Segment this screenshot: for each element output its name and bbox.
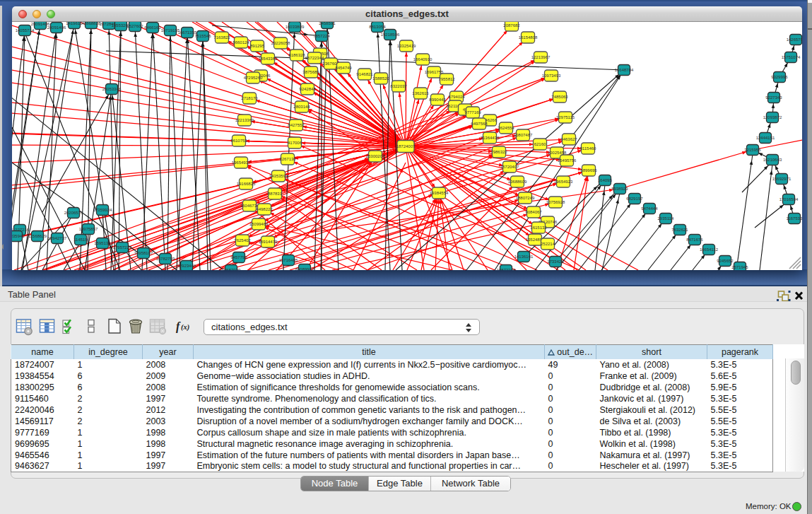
svg-text:12975115: 12975115: [556, 115, 575, 119]
svg-text:42868828: 42868828: [82, 22, 101, 25]
svg-text:12213967: 12213967: [531, 55, 551, 59]
svg-text:14055714: 14055714: [16, 28, 35, 33]
svg-text:7163822: 7163822: [213, 35, 230, 40]
svg-text:14136141: 14136141: [514, 255, 534, 259]
svg-text:8322037: 8322037: [390, 84, 407, 88]
svg-text:1588520: 1588520: [372, 76, 389, 81]
svg-text:9329996: 9329996: [771, 75, 788, 79]
svg-text:2571945: 2571945: [731, 265, 748, 269]
svg-text:f: f: [176, 320, 181, 333]
svg-text:7632621: 7632621: [671, 228, 688, 232]
svg-text:19654923: 19654923: [554, 180, 573, 184]
svg-text:1615132: 1615132: [530, 226, 547, 230]
svg-text:3267130: 3267130: [279, 157, 296, 161]
svg-text:2803144: 2803144: [293, 105, 310, 109]
svg-text:6466160: 6466160: [144, 25, 161, 30]
svg-text:891295: 891295: [250, 44, 265, 48]
svg-text:3875685: 3875685: [302, 70, 319, 74]
svg-text:8660124: 8660124: [233, 40, 249, 45]
svg-text:1167533: 1167533: [787, 216, 802, 221]
svg-text:15692971: 15692971: [772, 177, 792, 181]
svg-text:19166825: 19166825: [237, 182, 256, 186]
svg-text:114519: 114519: [73, 238, 88, 242]
svg-text:19975857: 19975857: [79, 227, 98, 231]
svg-text:19654937: 19654937: [232, 160, 251, 165]
svg-text:252214: 252214: [541, 242, 555, 246]
svg-text:39587039: 39587039: [222, 268, 241, 270]
svg-text:10688609: 10688609: [508, 180, 527, 184]
svg-text:9610753: 9610753: [230, 139, 247, 143]
svg-text:12942737: 12942737: [48, 236, 67, 240]
svg-text:8454749: 8454749: [335, 66, 352, 70]
svg-text:3624554: 3624554: [498, 126, 514, 130]
svg-text:10872248: 10872248: [497, 268, 516, 270]
svg-text:887831: 887831: [268, 192, 283, 196]
svg-text:9457791: 9457791: [230, 255, 247, 259]
svg-text:3215955: 3215955: [744, 148, 761, 152]
svg-text:10973493: 10973493: [542, 74, 561, 78]
svg-text:(x): (x): [181, 323, 189, 332]
svg-text:7986322: 7986322: [490, 150, 507, 154]
svg-text:9242848: 9242848: [299, 87, 316, 91]
svg-text:2087682: 2087682: [503, 23, 520, 28]
svg-text:23226058: 23226058: [271, 41, 290, 45]
svg-text:7515546: 7515546: [194, 34, 211, 38]
svg-text:7625402: 7625402: [234, 238, 251, 243]
svg-text:16648784: 16648784: [615, 68, 634, 72]
svg-text:16033809: 16033809: [286, 25, 305, 29]
svg-text:164095: 164095: [598, 178, 613, 182]
svg-text:8471676: 8471676: [686, 238, 703, 242]
svg-text:8186328: 8186328: [288, 53, 305, 57]
svg-text:16154808: 16154808: [519, 35, 538, 40]
svg-text:2458591: 2458591: [319, 22, 336, 25]
svg-text:9084067: 9084067: [525, 210, 542, 214]
svg-text:16543382: 16543382: [259, 57, 278, 61]
svg-text:12093872: 12093872: [763, 115, 782, 119]
svg-text:15751074: 15751074: [782, 55, 801, 59]
svg-text:1362615: 1362615: [412, 91, 429, 95]
svg-text:25300203: 25300203: [366, 154, 385, 158]
svg-text:6829197: 6829197: [626, 197, 643, 201]
svg-text:21364436: 21364436: [481, 136, 500, 140]
svg-text:15716485: 15716485: [279, 258, 298, 262]
svg-text:19218506: 19218506: [381, 33, 400, 37]
svg-text:11568629: 11568629: [28, 234, 47, 238]
svg-text:62160: 62160: [534, 142, 546, 146]
svg-text:47295260: 47295260: [244, 76, 263, 80]
svg-text:20053346: 20053346: [102, 87, 122, 91]
svg-text:18724007: 18724007: [396, 144, 416, 148]
svg-text:89089901: 89089901: [295, 267, 314, 270]
svg-text:9777169: 9777169: [464, 110, 481, 115]
svg-text:16914479: 16914479: [259, 240, 278, 244]
svg-text:10807487: 10807487: [514, 133, 533, 137]
svg-text:7955812: 7955812: [438, 77, 455, 81]
svg-text:15495756: 15495756: [558, 158, 577, 163]
svg-text:6497568: 6497568: [471, 122, 488, 126]
svg-text:17359924: 17359924: [93, 208, 112, 212]
svg-text:15099469: 15099469: [249, 222, 269, 226]
svg-text:8990443: 8990443: [429, 98, 446, 102]
svg-text:12923446: 12923446: [177, 264, 196, 268]
svg-text:16640910: 16640910: [413, 57, 433, 62]
svg-text:17016504: 17016504: [779, 197, 799, 201]
svg-text:19384554: 19384554: [430, 191, 449, 195]
svg-text:1527602: 1527602: [126, 24, 143, 28]
svg-text:9227343: 9227343: [765, 95, 782, 100]
svg-text:4498222: 4498222: [256, 207, 273, 211]
svg-text:2935114: 2935114: [658, 216, 675, 221]
svg-text:18807249: 18807249: [516, 196, 535, 200]
svg-text:14353594: 14353594: [269, 174, 288, 178]
svg-text:1733426: 1733426: [547, 259, 564, 264]
svg-text:10958107: 10958107: [134, 251, 153, 255]
svg-text:17957223: 17957223: [113, 245, 132, 250]
svg-text:8813054: 8813054: [369, 25, 386, 29]
svg-text:10025458: 10025458: [548, 151, 567, 155]
svg-text:1419610: 1419610: [66, 22, 83, 25]
svg-text:20206576: 20206576: [64, 211, 83, 215]
svg-text:10654112: 10654112: [700, 247, 719, 252]
svg-text:20091406: 20091406: [47, 25, 66, 30]
svg-text:14265799: 14265799: [787, 37, 802, 42]
svg-text:417006: 417006: [288, 141, 302, 145]
svg-text:16782759: 16782759: [156, 257, 175, 261]
svg-text:66722344: 66722344: [305, 56, 324, 60]
